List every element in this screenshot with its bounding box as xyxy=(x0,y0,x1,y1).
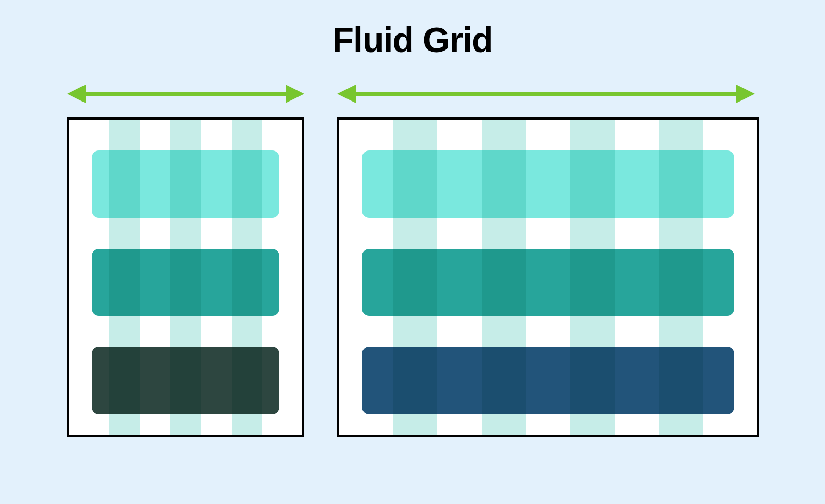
viewport-panel-narrow xyxy=(67,117,304,437)
content-block-teal xyxy=(92,249,279,316)
content-blocks xyxy=(339,120,757,435)
svg-marker-2 xyxy=(286,85,304,103)
diagram-title: Fluid Grid xyxy=(0,20,825,60)
content-block-teal xyxy=(362,249,734,316)
svg-marker-1 xyxy=(67,85,86,103)
content-block-light xyxy=(92,150,279,218)
svg-marker-4 xyxy=(337,85,356,103)
resize-arrow-right xyxy=(337,80,755,108)
svg-marker-5 xyxy=(736,85,755,103)
content-block-dark xyxy=(362,347,734,414)
content-blocks xyxy=(69,120,302,435)
content-block-light xyxy=(362,150,734,218)
resize-arrow-left xyxy=(67,80,304,108)
viewport-panel-wide xyxy=(337,117,759,437)
content-block-dark xyxy=(92,347,279,414)
